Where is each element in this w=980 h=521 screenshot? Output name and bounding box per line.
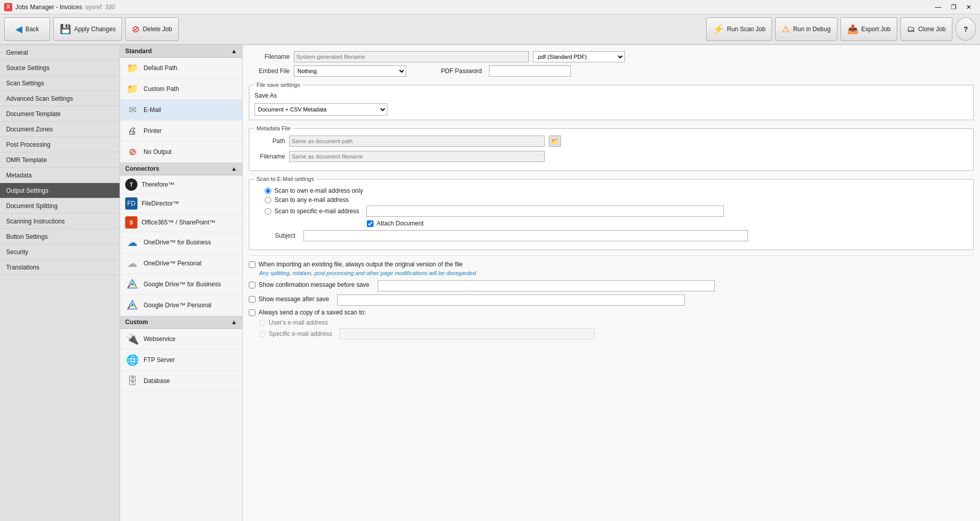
help-button[interactable]: ?	[955, 17, 976, 41]
onedrive-business-label: OneDrive™ for Business	[144, 239, 211, 246]
save-as-select[interactable]: Document + CSV Metadata Document Only CS…	[254, 103, 387, 116]
panel-item-onedrive-business[interactable]: ☁ OneDrive™ for Business	[120, 232, 242, 253]
restore-button[interactable]: ❐	[946, 2, 961, 13]
save-icon: 💾	[60, 24, 71, 35]
printer-label: Printer	[144, 127, 161, 134]
app-title: Jobs Manager - Invoices	[15, 4, 82, 11]
sidebar-item-document-template[interactable]: Document Template	[0, 106, 120, 122]
standard-section-header[interactable]: Standard ▲	[120, 45, 242, 58]
confirm-before-save-row: Show confirmation message before save	[249, 280, 974, 291]
toolbar: ◀ Back 💾 Apply Changes ⊘ Delete Job ⚡ Ru…	[0, 14, 980, 45]
clone-icon: 🗂	[907, 25, 915, 34]
message-after-save-label: Show message after save	[259, 296, 329, 303]
pdf-password-input[interactable]	[489, 65, 571, 77]
metadata-path-browse-button[interactable]: 📂	[549, 135, 561, 147]
panel-item-email[interactable]: ✉ E-Mail	[120, 100, 242, 121]
metadata-filename-input[interactable]	[289, 151, 545, 162]
always-send-copy-row: Always send a copy of a saved scan to:	[249, 309, 974, 316]
sidebar-item-security[interactable]: Security	[0, 244, 120, 260]
radio-own-email[interactable]	[265, 188, 271, 194]
message-after-save-input[interactable]	[337, 295, 685, 306]
metadata-path-input[interactable]	[289, 135, 545, 147]
panel-item-filedirector[interactable]: FD FileDirector™	[120, 194, 242, 213]
subject-input[interactable]	[304, 230, 748, 241]
clone-job-button[interactable]: 🗂 Clone Job	[900, 17, 952, 41]
radio-specific-email2[interactable]	[259, 331, 266, 337]
custom-section-header[interactable]: Custom ▲	[120, 316, 242, 329]
always-send-copy-label: Always send a copy of a saved scan to:	[259, 309, 366, 316]
attach-document-row: Attach Document	[367, 220, 968, 227]
run-scan-button[interactable]: ⚡ Run Scan Job	[706, 17, 772, 41]
window-controls: — ❐ ✕	[931, 2, 976, 13]
panel-item-no-output[interactable]: ⊘ No Output	[120, 142, 242, 163]
email-icon: ✉	[125, 103, 139, 117]
panel-item-default-path[interactable]: 📁 Default Path	[120, 58, 242, 79]
panel-item-googledrive-business[interactable]: Google Drive™ for Business	[120, 274, 242, 295]
database-label: Database	[144, 377, 170, 384]
email-label: E-Mail	[144, 106, 161, 114]
sidebar-item-document-zones[interactable]: Document Zones	[0, 122, 120, 137]
panel-item-therefore[interactable]: T Therefore™	[120, 175, 242, 194]
panel-item-database[interactable]: 🗄 Database	[120, 371, 242, 392]
panel-item-office365[interactable]: S Office365™ / SharePoint™	[120, 213, 242, 232]
always-send-copy-checkbox[interactable]	[249, 309, 255, 316]
attach-document-label: Attach Document	[377, 220, 424, 227]
back-button[interactable]: ◀ Back	[4, 17, 50, 41]
existing-file-checkbox[interactable]	[249, 261, 255, 268]
sidebar-item-scan-settings[interactable]: Scan Settings	[0, 76, 120, 91]
sidebar-item-general[interactable]: General	[0, 45, 120, 60]
minimize-button[interactable]: —	[931, 2, 945, 13]
sidebar-item-output-settings[interactable]: Output Settings	[0, 183, 120, 198]
connectors-section-header[interactable]: Connectors ▲	[120, 163, 242, 175]
subject-label: Subject	[265, 232, 295, 239]
sidebar-item-translations[interactable]: Translations	[0, 260, 120, 275]
sidebar-item-source-settings[interactable]: Source Settings	[0, 60, 120, 76]
run-debug-button[interactable]: ⚠ Run in Debug	[775, 17, 837, 41]
sidebar-item-advanced-scan-settings[interactable]: Advanced Scan Settings	[0, 91, 120, 106]
filename-format-select[interactable]: .pdf (Standard PDF) .pdf (PDF/A-1b) .pdf…	[533, 51, 625, 62]
sidebar-item-omr-template[interactable]: OMR Template	[0, 152, 120, 168]
embed-file-select[interactable]: Nothing All Files Selected Files	[294, 65, 406, 77]
sidebar-item-metadata[interactable]: Metadata	[0, 168, 120, 183]
panel-item-custom-path[interactable]: 📁 Custom Path	[120, 79, 242, 100]
close-button[interactable]: ✕	[962, 2, 976, 13]
message-after-save-row: Show message after save	[249, 295, 974, 306]
export-job-button[interactable]: 📤 Export Job	[841, 17, 897, 41]
sidebar-item-button-settings[interactable]: Button Settings	[0, 229, 120, 244]
apply-changes-button[interactable]: 💾 Apply Changes	[53, 17, 122, 41]
radio-specific-email[interactable]	[265, 208, 271, 215]
message-after-save-checkbox[interactable]	[249, 296, 255, 303]
radio-user-email[interactable]	[259, 320, 266, 326]
embed-file-label: Embed File	[249, 67, 290, 75]
attach-document-checkbox[interactable]	[367, 220, 374, 227]
delete-icon: ⊘	[132, 24, 139, 35]
radio-own-email-label: Scan to own e-mail address only	[274, 187, 363, 194]
therefore-icon: T	[125, 178, 137, 191]
confirm-save-message-input[interactable]	[378, 280, 715, 291]
main-layout: General Source Settings Scan Settings Ad…	[0, 45, 980, 521]
radio-any-email[interactable]	[265, 197, 271, 203]
existing-file-note: Any splitting, rotation, post processing…	[259, 270, 974, 276]
save-as-row: Save As	[254, 92, 968, 99]
file-save-settings-fieldset: File save settings Save As Document + CS…	[249, 82, 974, 120]
specific-email-input[interactable]	[366, 206, 724, 217]
panel-item-onedrive-personal[interactable]: ☁ OneDrive™ Personal	[120, 253, 242, 274]
panel-item-ftp-server[interactable]: 🌐 FTP Server	[120, 350, 242, 371]
panel-item-googledrive-personal[interactable]: Google Drive™ Personal	[120, 295, 242, 316]
scan-to-email-legend: Scan to E-Mail settings	[254, 176, 316, 182]
confirm-save-checkbox[interactable]	[249, 282, 255, 288]
file-save-settings-legend: File save settings	[254, 82, 302, 88]
filename-input[interactable]	[294, 51, 529, 62]
sidebar-item-scanning-instructions[interactable]: Scanning Instructions	[0, 214, 120, 229]
ftp-icon: 🌐	[125, 353, 139, 367]
metadata-path-label: Path	[254, 138, 285, 145]
panel-item-printer[interactable]: 🖨 Printer	[120, 121, 242, 142]
sidebar-item-post-processing[interactable]: Post Processing	[0, 137, 120, 152]
radio-any-email-row: Scan to any e-mail address	[265, 196, 968, 203]
specific-email2-input[interactable]	[339, 328, 595, 339]
custom-path-label: Custom Path	[144, 85, 179, 93]
sidebar-item-document-splitting[interactable]: Document Splitting	[0, 198, 120, 214]
delete-job-button[interactable]: ⊘ Delete Job	[125, 17, 178, 41]
filedirector-label: FileDirector™	[142, 200, 179, 207]
panel-item-webservice[interactable]: 🔌 Webservice	[120, 329, 242, 350]
